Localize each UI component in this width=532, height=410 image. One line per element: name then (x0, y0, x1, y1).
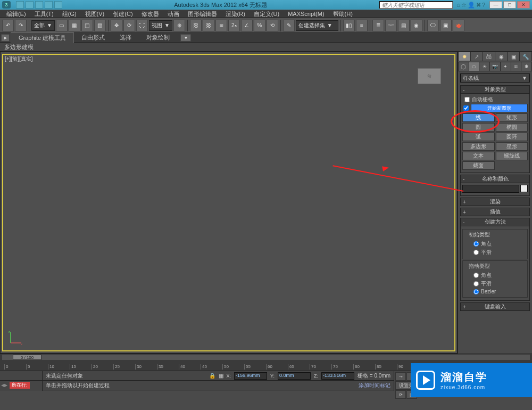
selectregion-icon[interactable]: ◫ (81, 20, 93, 31)
menu-create[interactable]: 创建(C) (109, 10, 137, 18)
selectname-icon[interactable]: ▦ (69, 20, 80, 31)
rollout-object-type[interactable]: -对象类型 (460, 85, 530, 94)
nav-orbit-icon[interactable]: ⟳ (395, 390, 406, 399)
nsel-edit-icon[interactable]: ✎ (283, 20, 295, 31)
qat-undo-icon[interactable] (35, 1, 43, 9)
rollout-creation-method[interactable]: -创建方法 (460, 218, 530, 226)
motion-tab-icon[interactable]: ◉ (495, 52, 507, 61)
menu-modifiers[interactable]: 修改器 (137, 10, 163, 18)
drag-bezier-radio[interactable]: Bezier (465, 288, 525, 295)
window-crossing-icon[interactable]: ▨ (94, 20, 106, 31)
ribbon-tab-objectpaint[interactable]: 对象绘制 (139, 32, 177, 43)
rollout-render[interactable]: +渲染 (460, 198, 530, 206)
unlink-icon[interactable]: ⛓̸ (203, 20, 214, 31)
infocenter-icon[interactable]: ⌂ (456, 2, 460, 9)
menu-maxscript[interactable]: MAXScript(M) (284, 11, 328, 17)
scale-icon[interactable]: ⛶ (136, 20, 148, 31)
menu-group[interactable]: 组(G) (58, 10, 81, 18)
modify-tab-icon[interactable]: ↗ (471, 52, 483, 61)
snap-toggle-icon[interactable]: 2₃ (228, 20, 240, 31)
menu-customize[interactable]: 自定义(U) (250, 10, 284, 18)
time-slider-handle[interactable]: 0 / 100 (13, 355, 41, 360)
maximize-button[interactable]: □ (503, 1, 516, 9)
percent-snap-icon[interactable]: % (254, 20, 265, 31)
add-time-tag[interactable]: 添加时间标记 (359, 382, 390, 389)
initial-smooth-radio[interactable]: 平滑 (465, 248, 525, 257)
move-icon[interactable]: ✥ (111, 20, 122, 31)
rollout-keyboard-entry[interactable]: +键盘输入 (460, 302, 530, 311)
object-name-input[interactable] (462, 185, 519, 193)
spacewarps-subtab-icon[interactable]: ≋ (511, 62, 521, 71)
viewport-label[interactable]: [+][前][真实] (5, 55, 33, 63)
align-icon[interactable]: ≡ (356, 20, 368, 31)
helpers-subtab-icon[interactable]: ✦ (501, 62, 511, 71)
menu-help[interactable]: 帮助(H) (329, 10, 357, 18)
z-coord-input[interactable]: -133.516m (321, 372, 354, 380)
helix-button[interactable]: 螺旋线 (496, 152, 528, 160)
rectangle-button[interactable]: 矩形 (496, 113, 528, 122)
menu-grapheditors[interactable]: 图形编辑器 (184, 10, 221, 18)
text-button[interactable]: 文本 (462, 152, 495, 160)
menu-views[interactable]: 视图(V) (81, 10, 109, 18)
x-coord-input[interactable]: -156.96mm (234, 372, 267, 380)
arc-button[interactable]: 弧 (462, 133, 495, 141)
signin-icon[interactable]: 👤 (468, 2, 475, 9)
systems-subtab-icon[interactable]: ✱ (521, 62, 531, 71)
ngon-button[interactable]: 多边形 (462, 142, 495, 151)
ribbon-tab-graphite[interactable]: Graphite 建模工具 (11, 32, 74, 43)
star-button[interactable]: 星形 (496, 142, 528, 151)
named-selection-sets[interactable]: 创建选择集▼ (296, 20, 338, 31)
selection-filter[interactable]: 全部▼ (31, 20, 55, 31)
render-prod-icon[interactable]: 🫖 (453, 20, 464, 31)
script-mini-listener[interactable] (0, 371, 42, 381)
qat-redo-icon[interactable] (45, 1, 53, 9)
display-tab-icon[interactable]: ▣ (508, 52, 519, 61)
qat-save-icon[interactable] (26, 1, 34, 9)
spinner-snap-icon[interactable]: ⟲ (267, 20, 278, 31)
render-setup-icon[interactable]: 🖵 (427, 20, 439, 31)
donut-button[interactable]: 圆环 (496, 133, 528, 141)
qat-more-icon[interactable] (54, 1, 62, 9)
selectlink-icon[interactable]: ⛓ (190, 20, 202, 31)
circle-button[interactable]: 圆 (462, 123, 495, 132)
initial-corner-radio[interactable]: 角点 (465, 240, 525, 248)
viewport[interactable]: [+][前][真实] 前 z x (0, 52, 458, 354)
ellipse-button[interactable]: 椭圆 (496, 123, 528, 132)
close-button[interactable]: ✕ (517, 1, 530, 9)
ref-coord-system[interactable]: 视图▼ (149, 20, 172, 31)
section-button[interactable]: 截面 (462, 161, 495, 170)
material-editor-icon[interactable]: ◉ (411, 20, 422, 31)
ribbon-expand-icon[interactable]: ▾ (180, 34, 191, 42)
fav-icon[interactable]: ☆ (461, 2, 467, 9)
ribbon-collapse-icon[interactable]: ▸ (1, 34, 10, 42)
cameras-subtab-icon[interactable]: 📷 (490, 62, 500, 71)
menu-rendering[interactable]: 渲染(R) (221, 10, 250, 18)
qat-open-icon[interactable] (16, 1, 24, 9)
angle-snap-icon[interactable]: ∠ (241, 20, 253, 31)
time-slider-track[interactable]: 0 / 100 (2, 355, 530, 360)
ribbon-tab-selection[interactable]: 选择 (112, 32, 139, 43)
create-tab-icon[interactable]: ✹ (459, 52, 470, 61)
utilities-tab-icon[interactable]: 🔧 (520, 52, 531, 61)
ribbon-tab-freeform[interactable]: 自由形式 (74, 32, 112, 43)
drag-corner-radio[interactable]: 角点 (465, 271, 525, 280)
help-icon[interactable]: ? (482, 2, 485, 9)
pivot-icon[interactable]: ⊕ (173, 20, 185, 31)
lights-subtab-icon[interactable]: ☀ (479, 62, 489, 71)
y-coord-input[interactable]: 0.0mm (278, 372, 311, 380)
exchange-icon[interactable]: ✖ (476, 2, 481, 9)
search-input[interactable] (379, 1, 453, 9)
rotate-icon[interactable]: ⟳ (123, 20, 135, 31)
object-color-swatch[interactable] (520, 185, 528, 192)
menu-edit[interactable]: 编辑(E) (2, 10, 30, 18)
layers-icon[interactable]: ≣ (372, 20, 384, 31)
schematic-icon[interactable]: ▤ (398, 20, 410, 31)
rendered-frame-icon[interactable]: ▣ (440, 20, 452, 31)
key-mode-icon[interactable]: ⊸ (395, 372, 406, 381)
rollout-interpolation[interactable]: +插值 (460, 208, 530, 216)
shape-category-dropdown[interactable]: 样条线▼ (460, 73, 530, 83)
redo-icon[interactable]: ↷ (15, 20, 27, 31)
viewcube[interactable]: 前 (418, 68, 441, 84)
lock-selection-icon[interactable]: 🔒 (209, 373, 215, 379)
startshape-checkbox[interactable] (462, 104, 470, 112)
